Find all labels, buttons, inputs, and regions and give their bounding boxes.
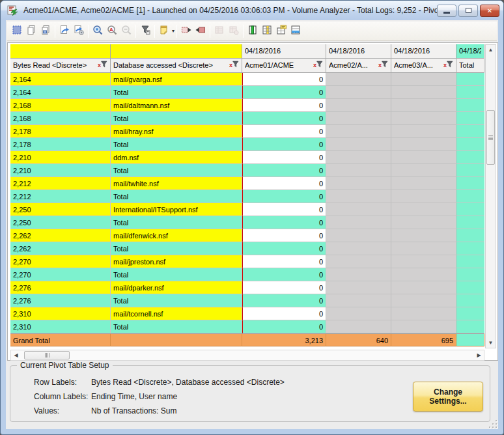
database-cell[interactable]: Total [111, 268, 242, 281]
acme01-value-cell[interactable]: 0 [242, 138, 326, 151]
acme02-value-cell[interactable] [326, 177, 391, 190]
date-header-cell[interactable]: 04/18/2016 [326, 44, 391, 59]
acme01-value-cell[interactable]: 0 [242, 229, 326, 242]
acme02-value-cell[interactable] [326, 229, 391, 242]
row-total-cell[interactable] [456, 268, 484, 281]
bytes-read-cell[interactable]: 2,168 [10, 112, 111, 125]
acme01-value-cell[interactable]: 0 [242, 216, 326, 229]
filter-icon[interactable]: x [378, 59, 388, 72]
corner-cell[interactable] [111, 44, 242, 59]
bytes-read-cell[interactable]: 2,212 [10, 190, 111, 203]
database-cell[interactable]: Total [111, 112, 242, 125]
acme01-value-cell[interactable]: 0 [242, 242, 326, 255]
database-cell[interactable]: Total [111, 164, 242, 177]
scroll-right-arrow[interactable]: ▶ [474, 350, 484, 360]
acme01-value-cell[interactable]: 0 [242, 281, 326, 294]
acme03-value-cell[interactable] [391, 203, 456, 216]
vertical-scroll-thumb[interactable] [486, 110, 495, 165]
acme03-value-cell[interactable] [391, 229, 456, 242]
row-total-cell[interactable] [456, 294, 484, 307]
close-button[interactable]: ✕ [480, 5, 499, 17]
table-row[interactable]: 2,310Total0 [10, 320, 484, 333]
export-button[interactable] [57, 24, 72, 38]
copy-with-headers-button[interactable] [38, 24, 53, 38]
table-row[interactable]: 2,210ddm.nsf0 [10, 151, 484, 164]
bytes-read-cell[interactable]: 2,262 [10, 229, 111, 242]
filter-icon[interactable]: x [313, 59, 323, 72]
bytes-read-cell[interactable]: 2,250 [10, 216, 111, 229]
acme02-value-cell[interactable] [326, 203, 391, 216]
bytes-read-cell[interactable]: 2,310 [10, 320, 111, 333]
scroll-up-arrow[interactable]: ▲ [486, 45, 496, 55]
acme02-value-cell[interactable] [326, 242, 391, 255]
database-cell[interactable]: mail/hray.nsf [111, 125, 242, 138]
column-header-3[interactable]: Acme02/A...x [326, 59, 391, 73]
table-row[interactable]: 2,210Total0 [10, 164, 484, 177]
filter-icon[interactable]: x [443, 59, 453, 72]
acme03-value-cell[interactable] [391, 320, 456, 333]
row-total-cell[interactable] [456, 281, 484, 294]
table-row[interactable]: 2,164Total0 [10, 86, 484, 99]
acme01-value-cell[interactable]: 0 [242, 151, 326, 164]
bytes-read-cell[interactable]: 2,210 [10, 164, 111, 177]
table-row[interactable]: 2,276Total0 [10, 294, 484, 307]
database-cell[interactable]: mail/jpreston.nsf [111, 255, 242, 268]
cell-comment-button[interactable] [274, 24, 288, 38]
acme02-value-cell[interactable] [326, 216, 391, 229]
acme03-value-cell[interactable] [391, 99, 456, 112]
date-header-cell[interactable]: 04/18/2016 [242, 44, 326, 59]
database-cell[interactable]: Total [111, 320, 242, 333]
row-total-cell[interactable] [456, 125, 484, 138]
table-row[interactable]: 2,168mail/daltmann.nsf0 [10, 99, 484, 112]
filter-icon[interactable]: x [98, 59, 107, 72]
database-cell[interactable]: mail/tcornell.nsf [111, 307, 242, 320]
bytes-read-cell[interactable]: 2,210 [10, 151, 111, 164]
table-row[interactable]: 2,270Total0 [10, 268, 484, 281]
acme02-value-cell[interactable] [326, 164, 391, 177]
bytes-read-cell[interactable]: 2,178 [10, 138, 111, 151]
highlight-row-button[interactable] [288, 24, 303, 38]
acme03-value-cell[interactable] [391, 73, 456, 86]
table-row[interactable]: 2,178mail/hray.nsf0 [10, 125, 484, 138]
acme03-value-cell[interactable] [391, 294, 456, 307]
bytes-read-cell[interactable]: 2,310 [10, 307, 111, 320]
acme01-value-cell[interactable]: 0 [242, 125, 326, 138]
bytes-read-cell[interactable]: 2,270 [10, 268, 111, 281]
bytes-read-cell[interactable]: 2,164 [10, 73, 111, 86]
table-row[interactable]: 2,250Total0 [10, 216, 484, 229]
table-row[interactable]: 2,168Total0 [10, 112, 484, 125]
acme01-value-cell[interactable]: 0 [242, 177, 326, 190]
acme02-value-cell[interactable] [326, 190, 391, 203]
acme01-value-cell[interactable]: 0 [242, 73, 326, 86]
acme01-value-cell[interactable]: 0 [242, 294, 326, 307]
acme01-value-cell[interactable]: 0 [242, 307, 326, 320]
row-total-cell[interactable] [456, 320, 484, 333]
acme01-value-cell[interactable]: 0 [242, 164, 326, 177]
acme02-value-cell[interactable] [326, 99, 391, 112]
database-cell[interactable]: Total [111, 216, 242, 229]
bytes-read-cell[interactable]: 2,276 [10, 281, 111, 294]
table-row[interactable]: 2,262mail/dfenwick.nsf0 [10, 229, 484, 242]
change-settings-button[interactable]: Change Settings... [413, 382, 483, 412]
export-options-button[interactable] [72, 24, 86, 38]
acme02-value-cell[interactable] [326, 112, 391, 125]
scroll-left-arrow[interactable]: ◀ [11, 350, 21, 360]
highlight-column-button[interactable] [260, 24, 274, 38]
acme01-value-cell[interactable]: 0 [242, 268, 326, 281]
row-total-cell[interactable] [456, 112, 484, 125]
row-total-cell[interactable] [456, 138, 484, 151]
acme03-value-cell[interactable] [391, 151, 456, 164]
column-header-0[interactable]: Bytes Read <Discrete>x [10, 59, 111, 73]
maximize-button[interactable] [458, 5, 478, 17]
scroll-down-arrow[interactable]: ▼ [486, 338, 496, 348]
acme03-value-cell[interactable] [391, 242, 456, 255]
acme02-value-cell[interactable] [326, 268, 391, 281]
find-button[interactable]: A [105, 24, 119, 38]
bytes-read-cell[interactable]: 2,276 [10, 294, 111, 307]
grand-total-row[interactable]: Grand Total 3,213 640 695 [10, 333, 484, 346]
acme02-value-cell[interactable] [326, 307, 391, 320]
bytes-read-cell[interactable]: 2,164 [10, 86, 111, 99]
table-row[interactable]: 2,164mail/gvarga.nsf0 [10, 73, 484, 86]
table-row[interactable]: 2,178Total0 [10, 138, 484, 151]
acme01-value-cell[interactable]: 0 [242, 86, 326, 99]
